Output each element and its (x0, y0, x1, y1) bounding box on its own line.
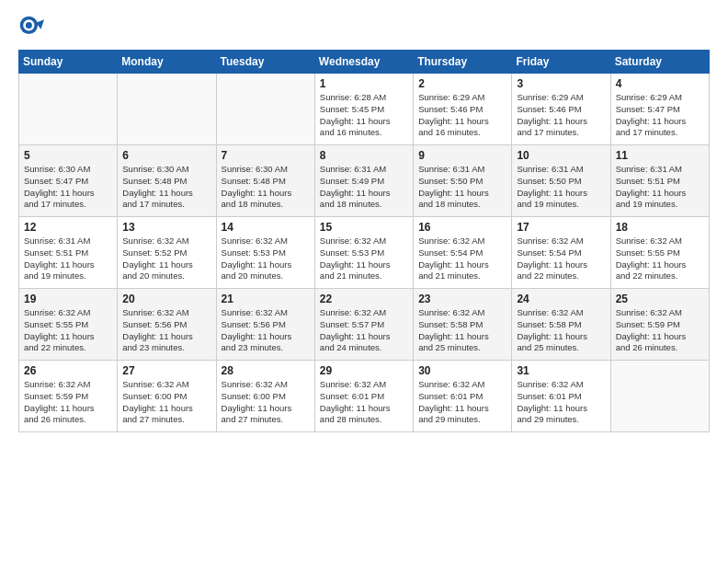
day-number: 23 (418, 293, 506, 305)
day-info: Sunrise: 6:32 AM Sunset: 5:59 PM Dayligh… (616, 307, 704, 354)
calendar-cell: 15Sunrise: 6:32 AM Sunset: 5:53 PM Dayli… (314, 217, 413, 289)
day-number: 27 (122, 364, 210, 377)
calendar-cell: 10Sunrise: 6:31 AM Sunset: 5:50 PM Dayli… (512, 145, 610, 217)
day-info: Sunrise: 6:30 AM Sunset: 5:48 PM Dayligh… (222, 164, 310, 211)
day-info: Sunrise: 6:31 AM Sunset: 5:49 PM Dayligh… (320, 164, 408, 211)
day-number: 29 (320, 364, 408, 377)
day-number: 3 (517, 77, 605, 90)
day-number: 26 (24, 364, 112, 377)
day-info: Sunrise: 6:31 AM Sunset: 5:51 PM Dayligh… (24, 236, 112, 282)
calendar-cell (610, 361, 709, 432)
day-number: 25 (616, 293, 704, 305)
day-number: 21 (222, 293, 310, 305)
day-number: 20 (122, 293, 210, 305)
calendar-cell: 31Sunrise: 6:32 AM Sunset: 6:01 PM Dayli… (512, 361, 610, 432)
calendar-cell: 9Sunrise: 6:31 AM Sunset: 5:50 PM Daylig… (414, 145, 512, 217)
calendar-cell: 18Sunrise: 6:32 AM Sunset: 5:55 PM Dayli… (610, 217, 709, 289)
calendar-week-row: 12Sunrise: 6:31 AM Sunset: 5:51 PM Dayli… (19, 217, 710, 289)
day-number: 11 (616, 149, 704, 162)
day-number: 14 (222, 221, 310, 234)
calendar-cell: 23Sunrise: 6:32 AM Sunset: 5:58 PM Dayli… (414, 289, 512, 361)
day-info: Sunrise: 6:29 AM Sunset: 5:47 PM Dayligh… (616, 92, 704, 139)
day-number: 5 (24, 149, 112, 162)
day-number: 22 (320, 293, 408, 305)
day-number: 13 (122, 221, 210, 234)
calendar-cell: 6Sunrise: 6:30 AM Sunset: 5:48 PM Daylig… (118, 145, 216, 217)
calendar-cell: 17Sunrise: 6:32 AM Sunset: 5:54 PM Dayli… (512, 217, 610, 289)
day-number: 12 (24, 221, 112, 234)
day-info: Sunrise: 6:31 AM Sunset: 5:50 PM Dayligh… (517, 164, 605, 211)
calendar-cell: 26Sunrise: 6:32 AM Sunset: 5:59 PM Dayli… (19, 361, 118, 432)
day-number: 8 (320, 149, 408, 162)
calendar-cell: 7Sunrise: 6:30 AM Sunset: 5:48 PM Daylig… (216, 145, 314, 217)
day-number: 17 (517, 221, 605, 234)
day-info: Sunrise: 6:28 AM Sunset: 5:45 PM Dayligh… (320, 92, 408, 139)
weekday-header-saturday: Saturday (610, 51, 709, 74)
calendar-week-row: 5Sunrise: 6:30 AM Sunset: 5:47 PM Daylig… (19, 145, 710, 217)
day-info: Sunrise: 6:32 AM Sunset: 5:54 PM Dayligh… (517, 236, 605, 282)
day-info: Sunrise: 6:32 AM Sunset: 5:59 PM Dayligh… (24, 379, 112, 426)
calendar-cell: 25Sunrise: 6:32 AM Sunset: 5:59 PM Dayli… (610, 289, 709, 361)
day-number: 30 (418, 364, 506, 377)
day-number: 15 (320, 221, 408, 234)
calendar-cell: 5Sunrise: 6:30 AM Sunset: 5:47 PM Daylig… (19, 145, 118, 217)
calendar-cell: 8Sunrise: 6:31 AM Sunset: 5:49 PM Daylig… (314, 145, 413, 217)
day-info: Sunrise: 6:30 AM Sunset: 5:48 PM Dayligh… (122, 164, 210, 211)
calendar-cell: 20Sunrise: 6:32 AM Sunset: 5:56 PM Dayli… (118, 289, 216, 361)
page: SundayMondayTuesdayWednesdayThursdayFrid… (0, 0, 728, 563)
day-number: 24 (517, 293, 605, 305)
calendar-cell: 2Sunrise: 6:29 AM Sunset: 5:46 PM Daylig… (414, 74, 512, 145)
day-number: 31 (517, 364, 605, 377)
day-number: 10 (517, 149, 605, 162)
weekday-header-wednesday: Wednesday (314, 51, 413, 74)
day-info: Sunrise: 6:29 AM Sunset: 5:46 PM Dayligh… (517, 92, 605, 139)
day-number: 18 (616, 221, 704, 234)
calendar-cell: 12Sunrise: 6:31 AM Sunset: 5:51 PM Dayli… (19, 217, 118, 289)
day-number: 7 (222, 149, 310, 162)
calendar-table: SundayMondayTuesdayWednesdayThursdayFrid… (18, 50, 710, 432)
day-info: Sunrise: 6:32 AM Sunset: 6:01 PM Dayligh… (320, 379, 408, 426)
day-number: 28 (222, 364, 310, 377)
calendar-cell (216, 74, 314, 145)
calendar-cell: 27Sunrise: 6:32 AM Sunset: 6:00 PM Dayli… (118, 361, 216, 432)
day-info: Sunrise: 6:32 AM Sunset: 5:56 PM Dayligh… (222, 307, 310, 354)
day-info: Sunrise: 6:32 AM Sunset: 5:58 PM Dayligh… (418, 307, 506, 354)
calendar-week-row: 19Sunrise: 6:32 AM Sunset: 5:55 PM Dayli… (19, 289, 710, 361)
day-info: Sunrise: 6:32 AM Sunset: 5:53 PM Dayligh… (320, 236, 408, 282)
day-info: Sunrise: 6:32 AM Sunset: 5:52 PM Dayligh… (122, 236, 210, 282)
day-info: Sunrise: 6:32 AM Sunset: 5:56 PM Dayligh… (122, 307, 210, 354)
calendar-cell: 11Sunrise: 6:31 AM Sunset: 5:51 PM Dayli… (610, 145, 709, 217)
day-info: Sunrise: 6:32 AM Sunset: 6:01 PM Dayligh… (517, 379, 605, 426)
day-info: Sunrise: 6:29 AM Sunset: 5:46 PM Dayligh… (418, 92, 506, 139)
day-info: Sunrise: 6:32 AM Sunset: 5:55 PM Dayligh… (24, 307, 112, 354)
day-info: Sunrise: 6:32 AM Sunset: 6:00 PM Dayligh… (122, 379, 210, 426)
day-info: Sunrise: 6:32 AM Sunset: 5:58 PM Dayligh… (517, 307, 605, 354)
day-info: Sunrise: 6:32 AM Sunset: 5:57 PM Dayligh… (320, 307, 408, 354)
day-number: 9 (418, 149, 506, 162)
day-info: Sunrise: 6:32 AM Sunset: 5:54 PM Dayligh… (418, 236, 506, 282)
weekday-header-monday: Monday (118, 51, 216, 74)
calendar-week-row: 1Sunrise: 6:28 AM Sunset: 5:45 PM Daylig… (19, 74, 710, 145)
calendar-cell: 3Sunrise: 6:29 AM Sunset: 5:46 PM Daylig… (512, 74, 610, 145)
calendar-cell: 30Sunrise: 6:32 AM Sunset: 6:01 PM Dayli… (414, 361, 512, 432)
calendar-cell: 1Sunrise: 6:28 AM Sunset: 5:45 PM Daylig… (314, 74, 413, 145)
calendar-cell (118, 74, 216, 145)
header (18, 15, 710, 40)
calendar-cell: 16Sunrise: 6:32 AM Sunset: 5:54 PM Dayli… (414, 217, 512, 289)
day-info: Sunrise: 6:31 AM Sunset: 5:51 PM Dayligh… (616, 164, 704, 211)
logo-icon (18, 15, 44, 40)
day-number: 6 (122, 149, 210, 162)
day-info: Sunrise: 6:30 AM Sunset: 5:47 PM Dayligh… (24, 164, 112, 211)
calendar-cell: 22Sunrise: 6:32 AM Sunset: 5:57 PM Dayli… (314, 289, 413, 361)
calendar-cell: 29Sunrise: 6:32 AM Sunset: 6:01 PM Dayli… (314, 361, 413, 432)
calendar-cell: 14Sunrise: 6:32 AM Sunset: 5:53 PM Dayli… (216, 217, 314, 289)
day-info: Sunrise: 6:32 AM Sunset: 5:55 PM Dayligh… (616, 236, 704, 282)
day-info: Sunrise: 6:32 AM Sunset: 6:00 PM Dayligh… (222, 379, 310, 426)
svg-point-2 (26, 22, 32, 29)
day-number: 4 (616, 77, 704, 90)
calendar-cell: 28Sunrise: 6:32 AM Sunset: 6:00 PM Dayli… (216, 361, 314, 432)
calendar-cell: 4Sunrise: 6:29 AM Sunset: 5:47 PM Daylig… (610, 74, 709, 145)
day-number: 2 (418, 77, 506, 90)
calendar-week-row: 26Sunrise: 6:32 AM Sunset: 5:59 PM Dayli… (19, 361, 710, 432)
day-info: Sunrise: 6:32 AM Sunset: 6:01 PM Dayligh… (418, 379, 506, 426)
